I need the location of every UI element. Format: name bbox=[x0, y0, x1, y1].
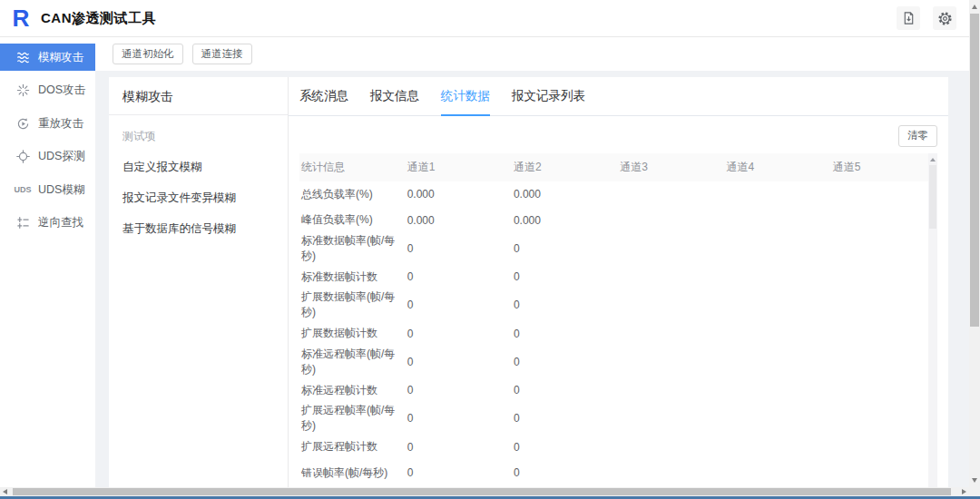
stats-table-row: 扩展数据帧率(帧/每秒) 0 0 bbox=[299, 289, 937, 320]
tab-message-record-list[interactable]: 报文记录列表 bbox=[512, 77, 585, 115]
test-item[interactable]: 基于数据库的信号模糊 bbox=[122, 221, 288, 237]
settings-button[interactable] bbox=[933, 6, 956, 30]
stats-table-row: 标准远程帧率(帧/每秒) 0 0 bbox=[299, 347, 937, 377]
stat-value-ch1: 0 bbox=[406, 377, 512, 404]
stat-value-ch5 bbox=[831, 377, 937, 404]
sidebar-item-reverse-lookup[interactable]: 逆向查找 bbox=[0, 210, 95, 237]
scroll-up-icon bbox=[930, 158, 936, 161]
page-horizontal-scrollbar[interactable] bbox=[0, 487, 969, 496]
channel-toolbar: 通道初始化 通道连接 bbox=[95, 37, 969, 71]
stat-value-ch3 bbox=[618, 207, 724, 233]
stat-value-ch3 bbox=[618, 347, 724, 377]
stat-value-ch5 bbox=[831, 289, 937, 320]
stat-label: 总线负载率(%) bbox=[299, 181, 406, 208]
stat-value-ch4 bbox=[724, 207, 830, 233]
settings-gear-icon bbox=[937, 11, 953, 26]
stat-value-ch2: 0.000 bbox=[512, 181, 618, 208]
crosshair-icon bbox=[15, 150, 30, 164]
stat-value-ch2: 0 bbox=[512, 320, 618, 347]
result-tabs: 系统消息 报文信息 统计数据 报文记录列表 bbox=[289, 77, 948, 116]
test-item-panel: 模糊攻击 测试项 自定义报文模糊 报文记录文件变异模糊 基于数据库的信号模糊 bbox=[109, 77, 289, 487]
sidebar-item-label: DOS攻击 bbox=[38, 83, 85, 98]
sidebar-nav: 模糊攻击 DOS攻击 bbox=[0, 37, 95, 487]
stats-header-row: 统计信息 通道1 通道2 通道3 通道4 通道5 bbox=[299, 153, 937, 181]
sidebar-item-dos-attack[interactable]: DOS攻击 bbox=[0, 77, 95, 104]
sidebar-item-label: 逆向查找 bbox=[38, 215, 83, 230]
channel-init-button[interactable]: 通道初始化 bbox=[113, 44, 183, 65]
test-item[interactable]: 报文记录文件变异模糊 bbox=[122, 191, 288, 206]
stat-value-ch2: 0 bbox=[512, 347, 618, 377]
stat-value-ch3 bbox=[618, 181, 724, 208]
stats-table: 统计信息 通道1 通道2 通道3 通道4 通道5 bbox=[299, 153, 937, 487]
scroll-right-icon[interactable] bbox=[962, 489, 966, 494]
clear-to-zero-button[interactable]: 清零 bbox=[898, 125, 937, 147]
app-body: 模糊攻击 DOS攻击 bbox=[0, 37, 969, 487]
table-scrollbar[interactable] bbox=[928, 153, 937, 487]
stats-table-row: 峰值负载率(%) 0.000 0.000 bbox=[299, 207, 937, 233]
export-report-button[interactable] bbox=[897, 6, 920, 30]
stat-value-ch5 bbox=[831, 264, 937, 290]
stat-value-ch3 bbox=[618, 377, 724, 404]
stats-table-row: 错误帧率(帧/每秒) 0 0 bbox=[299, 460, 937, 486]
stat-value-ch5 bbox=[831, 460, 937, 486]
stat-label: 标准远程帧计数 bbox=[299, 377, 406, 404]
result-panel: 系统消息 报文信息 统计数据 报文记录列表 清零 bbox=[289, 77, 948, 487]
clear-row: 清零 bbox=[299, 125, 937, 147]
col-channel-2: 通道2 bbox=[512, 153, 618, 181]
tab-statistics[interactable]: 统计数据 bbox=[441, 77, 490, 115]
stat-value-ch3 bbox=[618, 434, 724, 460]
stat-value-ch2: 0.000 bbox=[512, 207, 618, 233]
sidebar-item-replay-attack[interactable]: 重放攻击 bbox=[0, 110, 95, 137]
stat-value-ch1: 0 bbox=[406, 320, 512, 347]
fuzz-attack-panel: 模糊攻击 测试项 自定义报文模糊 报文记录文件变异模糊 基于数据库的信号模糊 bbox=[109, 77, 948, 487]
stats-table-row: 标准远程帧计数 0 0 bbox=[299, 377, 937, 404]
page-vertical-scrollbar[interactable] bbox=[969, 0, 980, 487]
vertical-scroll-thumb[interactable] bbox=[970, 14, 979, 327]
stat-value-ch4 bbox=[724, 434, 830, 460]
stat-label: 标准数据帧率(帧/每秒) bbox=[299, 233, 406, 264]
stat-value-ch5 bbox=[831, 347, 937, 377]
stat-value-ch4 bbox=[724, 377, 830, 404]
stat-value-ch3 bbox=[618, 233, 724, 264]
stat-value-ch2: 0 bbox=[512, 377, 618, 404]
stat-value-ch4 bbox=[724, 289, 830, 320]
panel-title: 模糊攻击 bbox=[109, 77, 288, 115]
stat-value-ch1: 0 bbox=[406, 289, 512, 320]
stat-value-ch5 bbox=[831, 434, 937, 460]
test-item[interactable]: 自定义报文模糊 bbox=[122, 160, 288, 175]
stat-label: 扩展远程帧率(帧/每秒) bbox=[299, 403, 406, 434]
r-logo-icon: R bbox=[8, 7, 33, 30]
sidebar-item-uds-detect[interactable]: UDS探测 bbox=[0, 143, 95, 171]
app-window: R CAN渗透测试工具 bbox=[0, 0, 980, 499]
sidebar-item-uds-fuzz[interactable]: UDS UDS模糊 bbox=[0, 176, 95, 203]
tab-system-messages[interactable]: 系统消息 bbox=[299, 77, 348, 115]
channel-connect-button[interactable]: 通道连接 bbox=[192, 44, 252, 65]
scroll-left-icon[interactable] bbox=[3, 489, 7, 494]
table-scroll-thumb[interactable] bbox=[929, 165, 936, 229]
stats-table-row: 总线负载率(%) 0.000 0.000 bbox=[299, 181, 937, 208]
sidebar-item-fuzz-attack[interactable]: 模糊攻击 bbox=[0, 44, 95, 71]
col-channel-1: 通道1 bbox=[406, 153, 512, 181]
stat-value-ch4 bbox=[724, 320, 830, 347]
stat-value-ch4 bbox=[724, 233, 830, 264]
scroll-down-icon[interactable] bbox=[972, 478, 977, 483]
horizontal-scroll-thumb[interactable] bbox=[13, 488, 951, 495]
app-title: CAN渗透测试工具 bbox=[41, 10, 156, 27]
stat-value-ch5 bbox=[831, 320, 937, 347]
stat-value-ch3 bbox=[618, 460, 724, 486]
stats-table-row: 扩展数据帧计数 0 0 bbox=[299, 320, 937, 347]
stat-value-ch5 bbox=[831, 207, 937, 233]
scrollbar-corner bbox=[969, 487, 980, 496]
replay-icon bbox=[15, 116, 30, 131]
stat-value-ch2: 0 bbox=[512, 434, 618, 460]
stat-label: 峰值负载率(%) bbox=[299, 207, 406, 233]
stat-label: 标准数据帧计数 bbox=[299, 264, 406, 290]
tab-message-info[interactable]: 报文信息 bbox=[370, 77, 419, 115]
stat-value-ch4 bbox=[724, 403, 830, 434]
scroll-up-icon[interactable] bbox=[972, 5, 977, 9]
test-items-section-label: 测试项 bbox=[122, 129, 288, 144]
burst-icon bbox=[15, 83, 30, 98]
stat-value-ch2: 0 bbox=[512, 233, 618, 264]
stat-value-ch1: 0.000 bbox=[406, 207, 512, 233]
app-viewport: R CAN渗透测试工具 bbox=[0, 0, 969, 487]
